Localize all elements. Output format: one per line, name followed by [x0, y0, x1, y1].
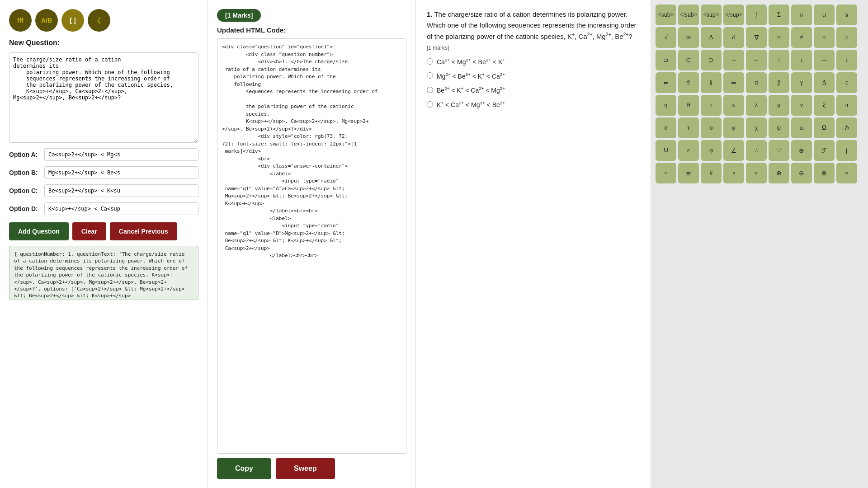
sym-delta-upper[interactable]: Δ	[701, 27, 722, 48]
sym-cup[interactable]: ∪	[814, 5, 835, 25]
bracket-button[interactable]: [ ]	[61, 9, 84, 32]
sym-eta[interactable]: η	[656, 95, 676, 116]
sym-alpha[interactable]: α	[746, 72, 767, 93]
sym-arrow-right[interactable]: →	[723, 50, 744, 70]
updated-html-label: Updated HTML Code:	[217, 26, 406, 34]
option-a-input[interactable]	[44, 148, 198, 161]
sym-subseteq[interactable]: ⊆	[678, 50, 699, 70]
sym-sub[interactable]: <sub>	[656, 5, 676, 25]
sym-delta[interactable]: Δ	[814, 72, 835, 93]
sym-sup[interactable]: <sup>	[701, 5, 722, 25]
sym-nabla[interactable]: ∇	[746, 27, 767, 48]
sym-sigma-lower[interactable]: σ	[656, 117, 676, 138]
sym-cap[interactable]: ∩	[791, 5, 812, 25]
sym-tau[interactable]: τ	[678, 117, 699, 138]
cancel-previous-button[interactable]: Cancel Previous	[110, 222, 177, 240]
sym-epsilon2[interactable]: ε	[678, 140, 699, 161]
sym-omega2[interactable]: Ω	[656, 140, 676, 161]
zeta-button[interactable]: ζ	[88, 9, 110, 32]
option-a-preview[interactable]: Ca2+ < Mg2+ < Be2+ < K+	[427, 57, 640, 66]
sym-neq[interactable]: ≠	[791, 27, 812, 48]
sym-oplus[interactable]: ⊕	[769, 163, 789, 183]
question-number: 1.	[427, 10, 433, 18]
sym-kappa[interactable]: κ	[723, 95, 744, 116]
sym-double-arrow-left[interactable]: ⇐	[656, 72, 676, 93]
sym-epsilon-small[interactable]: ε	[836, 72, 857, 93]
sym-sub-close[interactable]: </sub>	[678, 5, 699, 25]
sym-therefore[interactable]: ∴	[746, 140, 767, 161]
sym-approx2[interactable]: ≈	[836, 163, 857, 183]
option-d-input[interactable]	[44, 202, 198, 215]
add-question-button[interactable]: Add Question	[9, 222, 69, 240]
sym-partial[interactable]: ∂	[723, 27, 744, 48]
symbol-row-1: <sub> </sub> <sup> </sup> ∫ Σ ∩ ∪ ∨	[656, 5, 863, 25]
sweep-button[interactable]: Sweep	[276, 458, 335, 479]
sym-arrow-down[interactable]: ↓	[791, 50, 812, 70]
option-c-preview[interactable]: Be2+ < K+ < Ca2+ < Mg2+	[427, 86, 640, 94]
sym-sigma[interactable]: Σ	[769, 5, 789, 25]
sym-arrow-left[interactable]: ←	[746, 50, 767, 70]
sym-chi[interactable]: χ	[746, 117, 767, 138]
sym-arrow-leftright[interactable]: ↔	[814, 50, 835, 70]
radio-b[interactable]	[427, 72, 433, 79]
sym-beta[interactable]: β	[769, 72, 789, 93]
sym-sqrt[interactable]: √	[656, 27, 676, 48]
sym-supset[interactable]: ⊃	[656, 50, 676, 70]
question-text: 1. The charge/size ratio of a cation det…	[427, 9, 640, 42]
html-code-area[interactable]: <div class="question" id="question1"> <d…	[217, 38, 406, 454]
sym-angle[interactable]: ∠	[723, 140, 744, 161]
sym-nu[interactable]: ν	[791, 95, 812, 116]
sym-lambda[interactable]: λ	[746, 95, 767, 116]
sym-geq[interactable]: ≥	[836, 27, 857, 48]
sym-double-arrow-down[interactable]: ⇓	[701, 72, 722, 93]
sym-equiv[interactable]: ≡	[656, 163, 676, 183]
sym-mu[interactable]: μ	[769, 95, 789, 116]
sym-hbar[interactable]: ℏ	[836, 117, 857, 138]
sym-circled-plus[interactable]: ⊕	[791, 140, 812, 161]
sym-hash[interactable]: #	[701, 163, 722, 183]
sym-double-arrow-leftright[interactable]: ⇔	[723, 72, 744, 93]
sym-ominus[interactable]: ⊖	[791, 163, 812, 183]
sym-omega-upper[interactable]: Ω	[814, 117, 835, 138]
sym-supseteq[interactable]: ⊇	[701, 50, 722, 70]
sym-double-angle-left[interactable]: «	[723, 163, 744, 183]
sym-wedge[interactable]: ∨	[836, 5, 857, 25]
sym-approx[interactable]: ≈	[769, 27, 789, 48]
sym-phi2[interactable]: φ	[701, 140, 722, 161]
sym-gamma[interactable]: γ	[791, 72, 812, 93]
sym-arrow-updown[interactable]: ↕	[836, 50, 857, 70]
sym-because[interactable]: ∵	[769, 140, 789, 161]
sym-infinity[interactable]: ∞	[678, 27, 699, 48]
sym-omega-lower[interactable]: ω	[791, 117, 812, 138]
sym-arrow-up[interactable]: ↑	[769, 50, 789, 70]
clear-button[interactable]: Clear	[72, 222, 106, 240]
sym-xi[interactable]: ξ	[814, 95, 835, 116]
sym-integral[interactable]: ∫	[746, 5, 767, 25]
radio-a[interactable]	[427, 58, 433, 65]
sym-psi[interactable]: ψ	[769, 117, 789, 138]
option-b-preview[interactable]: Mg2+ < Be2+ < K+ < Ca2+	[427, 72, 640, 80]
radio-d[interactable]	[427, 101, 433, 108]
option-b-input[interactable]	[44, 166, 198, 179]
option-c-input[interactable]	[44, 184, 198, 197]
ab-button[interactable]: A/B	[35, 9, 58, 32]
fff-button[interactable]: fff	[9, 9, 32, 32]
sym-pi[interactable]: π	[836, 95, 857, 116]
sym-double-angle-right[interactable]: »	[746, 163, 767, 183]
sym-equiv2[interactable]: ≣	[678, 163, 699, 183]
sym-double-arrow-up[interactable]: ⇑	[678, 72, 699, 93]
sym-theta[interactable]: θ	[678, 95, 699, 116]
sym-integral2[interactable]: ∫	[836, 140, 857, 161]
sym-iota[interactable]: ι	[701, 95, 722, 116]
radio-c[interactable]	[427, 87, 433, 93]
copy-button[interactable]: Copy	[217, 458, 271, 479]
sym-phi[interactable]: φ	[723, 117, 744, 138]
question-textarea[interactable]: The charge/size ratio of a cation determ…	[9, 52, 198, 143]
sym-upsilon[interactable]: υ	[701, 117, 722, 138]
sym-leq[interactable]: ≤	[814, 27, 835, 48]
sym-fraktur-f[interactable]: ℱ	[814, 140, 835, 161]
sym-otimes[interactable]: ⊗	[814, 163, 835, 183]
option-d-preview[interactable]: K+ < Ca2+ < Mg2+ < Be2+	[427, 100, 640, 108]
sym-sup-close[interactable]: </sup>	[723, 5, 744, 25]
symbol-row-8: ≡ ≣ # « » ⊕ ⊖ ⊗ ≈	[656, 163, 863, 183]
